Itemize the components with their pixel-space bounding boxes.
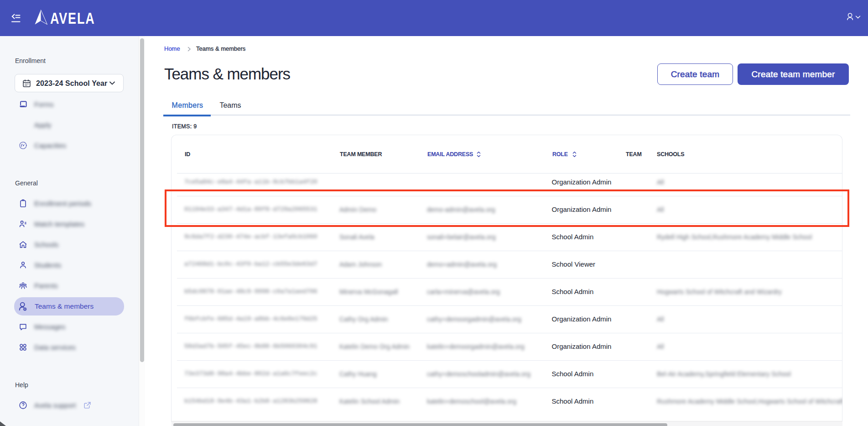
svg-text:AVELA: AVELA [50, 10, 95, 25]
